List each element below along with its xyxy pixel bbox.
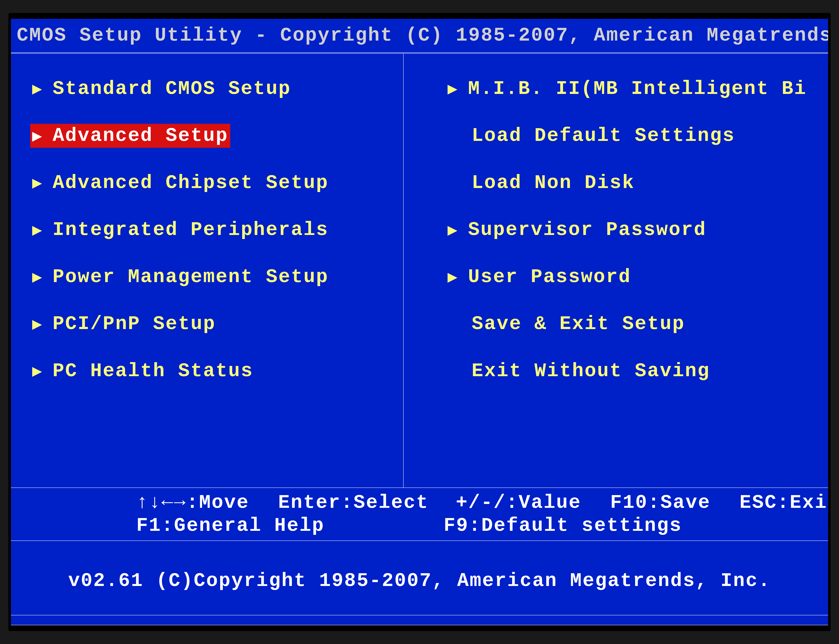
triangle-right-icon: ▶ xyxy=(447,267,459,287)
menu-item-label: User Password xyxy=(468,266,631,288)
menu-item-label: M.I.B. II(MB Intelligent Bi xyxy=(468,78,807,100)
menu-item[interactable]: ▶Power Management Setup xyxy=(30,265,331,289)
menu-item[interactable]: ▶Supervisor Password xyxy=(446,218,709,242)
menu-item[interactable]: ▶PC Health Status xyxy=(30,359,255,383)
menu-item-label: PC Health Status xyxy=(53,360,253,382)
help-bar: ↑↓←→:Move Enter:Select +/-/:Value F10:Sa… xyxy=(11,488,828,541)
menu-item-label: Load Default Settings xyxy=(472,125,735,147)
monitor-bezel: CMOS Setup Utility - Copyright (C) 1985-… xyxy=(8,13,831,631)
menu-item[interactable]: ▶Integrated Peripherals xyxy=(30,218,331,242)
menu-item-label: Load Non Disk xyxy=(472,172,635,194)
menu-item[interactable]: ▶Advanced Chipset Setup xyxy=(30,171,331,195)
divider-top xyxy=(11,52,828,54)
footer: v02.61 (C)Copyright 1985-2007, American … xyxy=(11,541,828,625)
footer-text: v02.61 (C)Copyright 1985-2007, American … xyxy=(11,570,828,615)
triangle-right-icon: ▶ xyxy=(32,79,43,99)
menu-item-label: Save & Exit Setup xyxy=(472,313,685,335)
menu-item[interactable]: ▶Standard CMOS Setup xyxy=(30,77,293,101)
bios-screen: CMOS Setup Utility - Copyright (C) 1985-… xyxy=(11,19,828,625)
triangle-right-icon: ▶ xyxy=(32,220,43,240)
menu-item-label: Advanced Setup xyxy=(53,125,229,147)
menu-column-right: ▶M.I.B. II(MB Intelligent BiLoad Default… xyxy=(403,54,828,488)
menu-item-label: Supervisor Password xyxy=(468,219,706,241)
menu-item-label: Integrated Peripherals xyxy=(53,219,329,241)
triangle-right-icon: ▶ xyxy=(447,220,459,240)
menu-item-label: Standard CMOS Setup xyxy=(53,78,291,100)
triangle-right-icon: ▶ xyxy=(32,126,43,146)
menu-item[interactable]: Save & Exit Setup xyxy=(446,312,687,336)
triangle-right-icon: ▶ xyxy=(32,267,43,287)
help-exit: ESC:Exit xyxy=(740,492,828,514)
help-save: F10:Save xyxy=(610,492,711,514)
triangle-right-icon: ▶ xyxy=(32,314,43,334)
title-bar: CMOS Setup Utility - Copyright (C) 1985-… xyxy=(11,19,828,52)
menu-item[interactable]: ▶PCI/PnP Setup xyxy=(30,312,218,336)
triangle-right-icon: ▶ xyxy=(447,79,459,99)
menu-item[interactable]: ▶Advanced Setup xyxy=(30,124,230,148)
main-menu: ▶Standard CMOS Setup▶Advanced Setup▶Adva… xyxy=(11,54,828,488)
menu-item[interactable]: ▶M.I.B. II(MB Intelligent Bi xyxy=(446,77,809,101)
menu-item-label: Advanced Chipset Setup xyxy=(53,172,329,194)
help-row-2: F1:General Help F9:Default settings xyxy=(11,515,828,537)
menu-item-label: Power Management Setup xyxy=(53,266,329,288)
menu-item[interactable]: Exit Without Saving xyxy=(446,359,712,383)
help-value: +/-/:Value xyxy=(456,492,581,514)
menu-item[interactable]: Load Non Disk xyxy=(446,171,637,195)
help-row-1: ↑↓←→:Move Enter:Select +/-/:Value F10:Sa… xyxy=(11,492,828,514)
triangle-right-icon: ▶ xyxy=(32,173,43,193)
help-defaults: F9:Default settings xyxy=(444,515,682,537)
help-general: F1:General Help xyxy=(137,515,324,537)
menu-column-left: ▶Standard CMOS Setup▶Advanced Setup▶Adva… xyxy=(11,54,403,488)
menu-item-label: Exit Without Saving xyxy=(472,360,710,382)
menu-item[interactable]: Load Default Settings xyxy=(446,124,737,148)
help-move: ↑↓←→:Move xyxy=(137,492,249,514)
menu-item[interactable]: ▶User Password xyxy=(446,265,633,289)
triangle-right-icon: ▶ xyxy=(32,361,43,381)
help-select: Enter:Select xyxy=(278,492,429,514)
menu-item-label: PCI/PnP Setup xyxy=(53,313,216,335)
